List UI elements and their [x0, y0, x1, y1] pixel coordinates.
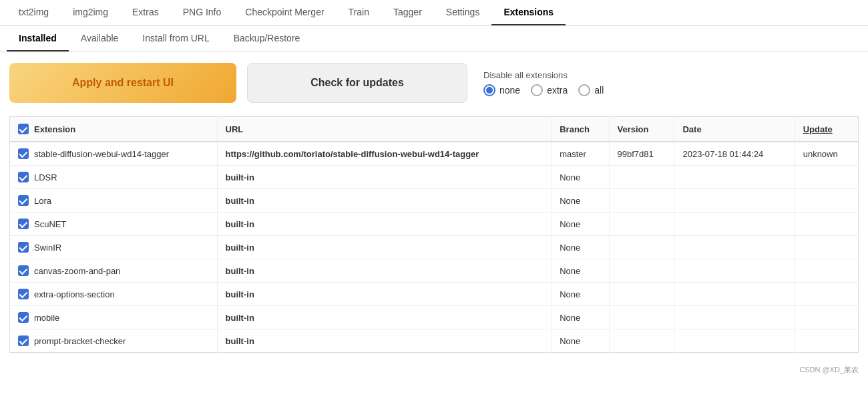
- cell-url: built-in: [217, 283, 552, 306]
- col-version: Version: [609, 117, 674, 142]
- header-checkbox[interactable]: [18, 124, 29, 134]
- radio-option-all[interactable]: all: [578, 84, 604, 96]
- top-nav-item-extensions[interactable]: Extensions: [491, 0, 566, 25]
- cell-name: Lora: [10, 189, 218, 213]
- cell-update: [795, 213, 858, 236]
- cell-name: stable-diffusion-webui-wd14-tagger: [10, 142, 218, 166]
- cell-version: [609, 189, 674, 213]
- cell-branch: None: [552, 306, 609, 329]
- col-update: Update: [795, 117, 858, 142]
- cell-name: ScuNET: [10, 213, 218, 236]
- cell-url: built-in: [217, 329, 552, 353]
- extensions-table: ExtensionURLBranchVersionDateUpdate stab…: [9, 116, 859, 353]
- extension-name: SwinIR: [34, 243, 61, 253]
- cell-date: [674, 166, 795, 189]
- cell-url: built-in: [217, 306, 552, 329]
- table-row: Lorabuilt-inNone: [10, 189, 859, 213]
- cell-name: mobile: [10, 306, 218, 329]
- cell-branch: None: [552, 166, 609, 189]
- top-nav-item-img2img[interactable]: img2img: [61, 0, 120, 25]
- cell-name: SwinIR: [10, 236, 218, 259]
- col-branch: Branch: [552, 117, 609, 142]
- col-extension-label: Extension: [34, 124, 75, 134]
- row-checkbox[interactable]: [18, 148, 29, 159]
- top-nav-item-extras[interactable]: Extras: [120, 0, 171, 25]
- cell-branch: None: [552, 213, 609, 236]
- cell-update: [795, 306, 858, 329]
- cell-name: LDSR: [10, 166, 218, 189]
- row-checkbox[interactable]: [18, 265, 29, 276]
- sub-navigation: InstalledAvailableInstall from URLBackup…: [0, 26, 868, 52]
- cell-version: [609, 283, 674, 306]
- cell-branch: None: [552, 283, 609, 306]
- sub-nav-item-available[interactable]: Available: [69, 26, 131, 51]
- cell-branch: None: [552, 236, 609, 259]
- top-navigation: txt2imgimg2imgExtrasPNG InfoCheckpoint M…: [0, 0, 868, 26]
- sub-nav-item-install-from-url[interactable]: Install from URL: [130, 26, 221, 51]
- row-checkbox[interactable]: [18, 335, 29, 346]
- row-checkbox[interactable]: [18, 219, 29, 229]
- row-checkbox[interactable]: [18, 242, 29, 253]
- cell-version: [609, 329, 674, 353]
- cell-url: https://github.com/toriato/stable-diffus…: [217, 142, 552, 166]
- extension-name: LDSR: [34, 172, 57, 182]
- radio-circle-extra: [531, 84, 543, 96]
- cell-update: unknown: [795, 142, 858, 166]
- sub-nav-item-backup/restore[interactable]: Backup/Restore: [222, 26, 312, 51]
- cell-url: built-in: [217, 166, 552, 189]
- row-checkbox[interactable]: [18, 312, 29, 323]
- check-updates-button[interactable]: Check for updates: [247, 63, 467, 103]
- top-nav-item-train[interactable]: Train: [337, 0, 381, 25]
- radio-label-all: all: [594, 85, 604, 96]
- cell-update: [795, 166, 858, 189]
- extension-name: mobile: [34, 313, 59, 323]
- disable-label: Disable all extensions: [483, 70, 604, 80]
- cell-date: [674, 213, 795, 236]
- row-checkbox[interactable]: [18, 289, 29, 299]
- col-url: URL: [217, 117, 552, 142]
- row-checkbox[interactable]: [18, 172, 29, 182]
- cell-url: built-in: [217, 236, 552, 259]
- radio-circle-none: [483, 84, 495, 96]
- cell-version: [609, 259, 674, 283]
- cell-date: [674, 189, 795, 213]
- cell-update: [795, 236, 858, 259]
- extensions-table-wrapper: ExtensionURLBranchVersionDateUpdate stab…: [0, 114, 868, 362]
- table-body: stable-diffusion-webui-wd14-taggerhttps:…: [10, 142, 859, 353]
- top-nav-item-png-info[interactable]: PNG Info: [171, 0, 234, 25]
- table-row: stable-diffusion-webui-wd14-taggerhttps:…: [10, 142, 859, 166]
- top-nav-item-settings[interactable]: Settings: [434, 0, 492, 25]
- top-nav-item-tagger[interactable]: Tagger: [381, 0, 434, 25]
- radio-option-extra[interactable]: extra: [531, 84, 568, 96]
- table-row: extra-options-sectionbuilt-inNone: [10, 283, 859, 306]
- cell-branch: None: [552, 329, 609, 353]
- apply-restart-button[interactable]: Apply and restart UI: [9, 63, 236, 103]
- cell-update: [795, 329, 858, 353]
- cell-date: [674, 236, 795, 259]
- table-row: ScuNETbuilt-inNone: [10, 213, 859, 236]
- extension-name: extra-options-section: [34, 289, 115, 299]
- radio-option-none[interactable]: none: [483, 84, 520, 96]
- extension-name: ScuNET: [34, 219, 66, 229]
- cell-date: [674, 329, 795, 353]
- table-row: canvas-zoom-and-panbuilt-inNone: [10, 259, 859, 283]
- cell-date: [674, 283, 795, 306]
- cell-name: canvas-zoom-and-pan: [10, 259, 218, 283]
- radio-circle-all: [578, 84, 590, 96]
- cell-version: [609, 213, 674, 236]
- action-bar: Apply and restart UI Check for updates D…: [0, 52, 868, 114]
- sub-nav-item-installed[interactable]: Installed: [7, 26, 69, 51]
- top-nav-item-txt2img[interactable]: txt2img: [7, 0, 61, 25]
- cell-update: [795, 189, 858, 213]
- extension-name: prompt-bracket-checker: [34, 336, 126, 346]
- cell-date: 2023-07-18 01:44:24: [674, 142, 795, 166]
- row-checkbox[interactable]: [18, 195, 29, 206]
- radio-label-none: none: [499, 85, 520, 96]
- extension-name: Lora: [34, 196, 51, 206]
- cell-url: built-in: [217, 189, 552, 213]
- top-nav-item-checkpoint-merger[interactable]: Checkpoint Merger: [233, 0, 336, 25]
- extension-name: stable-diffusion-webui-wd14-tagger: [34, 149, 169, 159]
- table-row: prompt-bracket-checkerbuilt-inNone: [10, 329, 859, 353]
- cell-name: prompt-bracket-checker: [10, 329, 218, 353]
- cell-update: [795, 259, 858, 283]
